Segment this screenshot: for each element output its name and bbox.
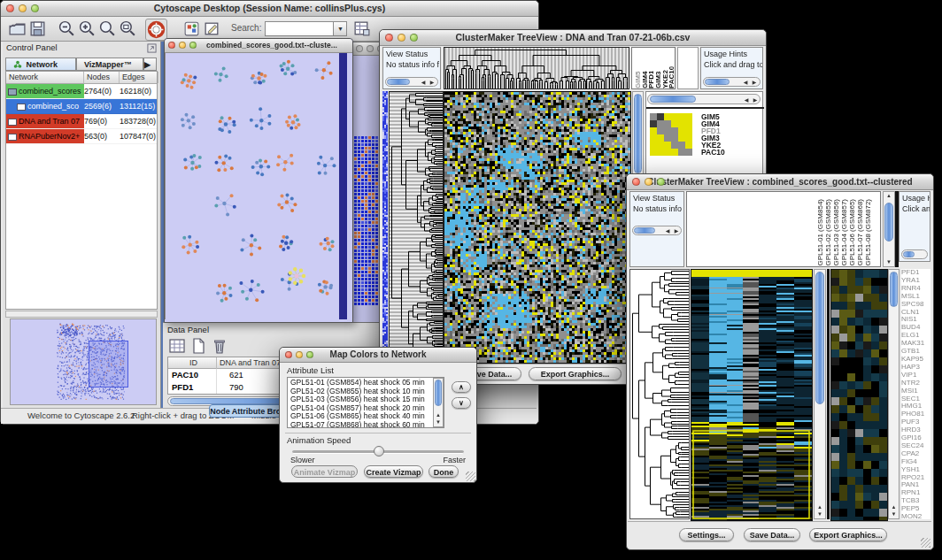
tab-overflow-arrow[interactable]: ▶ — [143, 58, 157, 71]
mini-heatmap-cell[interactable] — [664, 127, 671, 134]
mini-heatmap-cell[interactable] — [650, 113, 657, 120]
mini-heatmap-cell[interactable] — [650, 149, 657, 156]
attribute-item[interactable]: GPL51-03 (GSM856) heat shock 15 min — [290, 395, 431, 404]
attribute-list-scrollbar[interactable]: ▲▼ — [433, 378, 444, 427]
tab-network[interactable]: Network — [5, 58, 76, 71]
attribute-item[interactable]: GPL51-01 (GSM854) heat shock 05 min — [290, 379, 431, 387]
minimize-button[interactable] — [398, 34, 405, 42]
mini-heatmap-cell[interactable] — [650, 120, 657, 127]
table-mode-icon[interactable] — [168, 337, 186, 355]
minimize-button[interactable] — [367, 45, 374, 52]
mini-heatmap-cell[interactable] — [657, 134, 664, 142]
mini-heatmap-cell[interactable] — [664, 120, 671, 127]
new-attribute-icon[interactable] — [189, 337, 207, 355]
tv1-right-hscrollbar[interactable]: ◀▶ — [647, 94, 761, 104]
mini-heatmap-cell[interactable] — [671, 127, 678, 134]
mini-heatmap-cell[interactable] — [664, 149, 671, 156]
mini-heatmap-cell[interactable] — [685, 134, 692, 142]
mini-heatmap-cell[interactable] — [678, 142, 685, 149]
search-combobox[interactable] — [265, 21, 334, 36]
mini-heatmap-cell[interactable] — [671, 120, 678, 127]
attribute-item[interactable]: GPL51-06 (GSM865) heat shock 40 min — [290, 412, 431, 421]
zoom-button[interactable] — [189, 42, 197, 49]
network-row[interactable]: combined_scores 2764(0) 16218(0) — [6, 84, 157, 99]
mini-heatmap-cell[interactable] — [650, 134, 657, 142]
tv1-column-dendrogram[interactable] — [444, 47, 629, 89]
mini-heatmap-cell[interactable] — [671, 134, 678, 142]
zoom-out-icon[interactable] — [58, 19, 76, 38]
mini-heatmap-cell[interactable] — [678, 134, 685, 142]
resize-grip[interactable] — [921, 538, 930, 548]
tv1-mini-heatmap[interactable] — [650, 113, 692, 156]
network-canvas[interactable] — [165, 53, 347, 319]
slider-thumb[interactable] — [374, 446, 384, 456]
col-header-network[interactable]: Network — [6, 72, 84, 83]
annotation-icon[interactable] — [203, 19, 221, 38]
dialog-titlebar[interactable]: Map Colors to Network — [280, 348, 476, 363]
mini-heatmap-cell[interactable] — [678, 149, 685, 156]
treeview2-titlebar[interactable]: ClusterMaker TreeView : combined_scores_… — [627, 174, 933, 190]
tv2-usagehints-scrollbar[interactable] — [901, 249, 928, 259]
attribute-item[interactable]: GPL51-04 (GSM857) heat shock 20 min — [290, 404, 431, 413]
export-graphics-button[interactable]: Export Graphics... — [529, 367, 622, 380]
tv1-row-dendrogram[interactable] — [389, 91, 444, 362]
tv1-heatmap[interactable] — [444, 91, 631, 364]
main-title-bar[interactable]: Cytoscape Desktop (Session Name: collins… — [1, 1, 538, 17]
mini-heatmap-cell[interactable] — [671, 142, 678, 149]
tv1-viewstatus-scrollbar[interactable]: ◀▶ — [385, 77, 438, 87]
node-palette-icon[interactable] — [182, 19, 201, 38]
network-row[interactable]: DNA and Tran 07 769(0) 183728(0) — [6, 114, 157, 129]
dialog-button[interactable]: Create Vizmap — [364, 465, 423, 478]
minimize-button[interactable] — [296, 351, 303, 358]
network-window-1-titlebar[interactable]: combined_scores_good.txt--cluste... — [165, 39, 352, 53]
tv2-row-dendrogram[interactable] — [629, 269, 690, 519]
mini-heatmap-cell[interactable] — [685, 149, 692, 156]
mini-heatmap-cell[interactable] — [678, 113, 685, 120]
attribute-table-icon[interactable] — [352, 19, 371, 38]
minimize-button[interactable] — [645, 178, 652, 186]
dialog-button[interactable]: Animate Vizmap — [291, 465, 358, 478]
mini-heatmap-cell[interactable] — [685, 113, 692, 120]
mini-heatmap-cell[interactable] — [650, 142, 657, 149]
help-lifering-icon[interactable] — [147, 20, 166, 39]
export-graphics-button[interactable]: Export Graphics... — [809, 528, 887, 541]
tv2-heatmap-vscrollbar[interactable]: ▲▼ — [814, 269, 826, 519]
open-session-icon[interactable] — [8, 19, 27, 38]
mini-heatmap-cell[interactable] — [678, 127, 685, 134]
birdseye-view[interactable] — [11, 319, 154, 403]
col-header-nodes[interactable]: Nodes — [84, 72, 120, 83]
save-session-icon[interactable] — [28, 19, 47, 38]
mini-heatmap-cell[interactable] — [650, 127, 657, 134]
network-row[interactable]: RNAPuberNov2+ 563(0) 107847(0) — [6, 129, 157, 144]
attribute-listbox[interactable]: GPL51-01 (GSM854) heat shock 05 minGPL51… — [287, 377, 444, 428]
zoom-button[interactable] — [306, 351, 313, 358]
close-button[interactable] — [356, 45, 363, 52]
dense-network-grid[interactable] — [353, 134, 380, 308]
close-button[interactable] — [285, 351, 292, 358]
treeview1-titlebar[interactable]: ClusterMaker TreeView : DNA and Tran 07-… — [380, 30, 766, 46]
delete-attribute-trash-icon[interactable] — [211, 337, 228, 355]
search-dropdown-button[interactable]: ▼ — [334, 21, 347, 36]
mini-heatmap-cell[interactable] — [664, 142, 671, 149]
settings-button[interactable]: Settings... — [679, 528, 734, 541]
close-button[interactable] — [6, 4, 14, 12]
tab-vizmapper[interactable]: VizMapper™ — [76, 58, 143, 71]
resize-grip[interactable] — [466, 472, 475, 481]
mini-heatmap-cell[interactable] — [664, 113, 671, 120]
zoom-in-icon[interactable] — [78, 19, 97, 38]
mini-heatmap-cell[interactable] — [657, 113, 664, 120]
tv2-zoom-vscrollbar[interactable]: ▲▼ — [888, 269, 900, 519]
tv2-heatmap[interactable] — [691, 269, 813, 521]
col-header-edges[interactable]: Edges — [120, 72, 158, 83]
mini-heatmap-cell[interactable] — [657, 142, 664, 149]
minimize-button[interactable] — [19, 4, 27, 12]
zoom-selected-icon[interactable] — [98, 19, 117, 38]
mini-heatmap-cell[interactable] — [657, 120, 664, 127]
animation-speed-slider[interactable] — [292, 450, 464, 454]
zoom-button[interactable] — [31, 4, 39, 12]
mini-heatmap-cell[interactable] — [671, 149, 678, 156]
attribute-item[interactable]: GPL51-07 (GSM868) heat shock 60 min — [290, 421, 431, 428]
mini-heatmap-cell[interactable] — [664, 134, 671, 142]
zoom-fit-icon[interactable] — [119, 19, 137, 38]
tv2-viewstatus-scrollbar[interactable]: ◀▶ — [632, 226, 682, 235]
